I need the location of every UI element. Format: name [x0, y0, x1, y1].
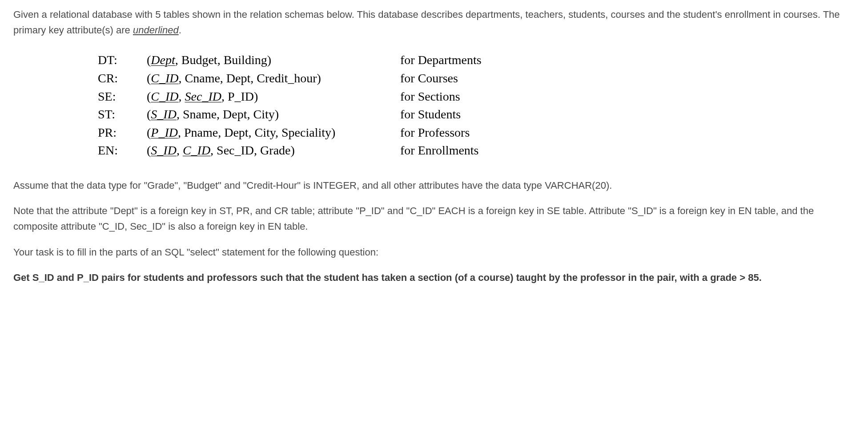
paren-open: ( [147, 53, 151, 67]
foreignkey-paragraph: Note that the attribute "Dept" is a fore… [13, 203, 855, 234]
schema-desc-se: for Sections [400, 88, 460, 106]
schema-def-en: (S_ID, C_ID, Sec_ID, Grade) [147, 142, 400, 160]
datatype-paragraph: Assume that the data type for "Grade", "… [13, 178, 855, 193]
paren-open: ( [147, 126, 151, 139]
schema-def-se: (C_ID, Sec_ID, P_ID) [147, 88, 400, 106]
schema-rest-dt: , Budget, Building) [175, 53, 271, 67]
intro-paragraph: Given a relational database with 5 table… [13, 7, 855, 38]
pk-secid-se: Sec_ID [185, 89, 221, 103]
schema-desc-pr: for Professors [400, 124, 470, 142]
schema-desc-dt: for Departments [400, 51, 482, 69]
schema-row-en: EN: (S_ID, C_ID, Sec_ID, Grade) for Enro… [98, 142, 855, 160]
intro-underlined-word: underlined [133, 24, 179, 36]
paren-open: ( [147, 143, 151, 157]
schema-row-st: ST: (S_ID, Sname, Dept, City) for Studen… [98, 105, 855, 124]
intro-text-after: . [179, 24, 181, 36]
comma-se: , [179, 89, 185, 103]
schema-rest-st: , Sname, Dept, City) [177, 107, 279, 121]
pk-cid-cr: C_ID [151, 71, 178, 85]
schema-desc-st: for Students [400, 105, 461, 124]
schema-block: DT: (Dept, Budget, Building) for Departm… [98, 51, 855, 160]
pk-cid-en: C_ID [183, 143, 210, 157]
pk-pid-pr: P_ID [151, 126, 178, 139]
schema-row-pr: PR: (P_ID, Pname, Dept, City, Speciality… [98, 124, 855, 142]
schema-row-dt: DT: (Dept, Budget, Building) for Departm… [98, 51, 855, 69]
schema-rest-cr: , Cname, Dept, Credit_hour) [179, 71, 321, 85]
schema-def-dt: (Dept, Budget, Building) [147, 51, 400, 69]
pk-cid-se: C_ID [151, 89, 178, 103]
paren-open: ( [147, 71, 151, 85]
schema-label-en: EN: [98, 142, 147, 160]
schema-desc-cr: for Courses [400, 69, 458, 88]
pk-sid-en: S_ID [151, 143, 177, 157]
paren-open: ( [147, 89, 151, 103]
schema-label-se: SE: [98, 88, 147, 106]
schema-def-cr: (C_ID, Cname, Dept, Credit_hour) [147, 69, 400, 88]
schema-rest-pr: , Pname, Dept, City, Speciality) [178, 126, 335, 139]
pk-dept: Dept [151, 53, 175, 67]
schema-row-se: SE: (C_ID, Sec_ID, P_ID) for Sections [98, 88, 855, 106]
schema-rest-se: , P_ID) [221, 89, 258, 103]
task-paragraph: Your task is to fill in the parts of an … [13, 244, 855, 260]
question-paragraph: Get S_ID and P_ID pairs for students and… [13, 270, 855, 285]
schema-desc-en: for Enrollments [400, 142, 479, 160]
schema-def-st: (S_ID, Sname, Dept, City) [147, 105, 400, 124]
schema-label-st: ST: [98, 105, 147, 124]
schema-rest-en: , Sec_ID, Grade) [210, 143, 295, 157]
pk-sid-st: S_ID [151, 107, 177, 121]
schema-def-pr: (P_ID, Pname, Dept, City, Speciality) [147, 124, 400, 142]
schema-label-cr: CR: [98, 69, 147, 88]
schema-row-cr: CR: (C_ID, Cname, Dept, Credit_hour) for… [98, 69, 855, 88]
schema-label-pr: PR: [98, 124, 147, 142]
paren-open: ( [147, 107, 151, 121]
comma-en: , [177, 143, 183, 157]
schema-label-dt: DT: [98, 51, 147, 69]
